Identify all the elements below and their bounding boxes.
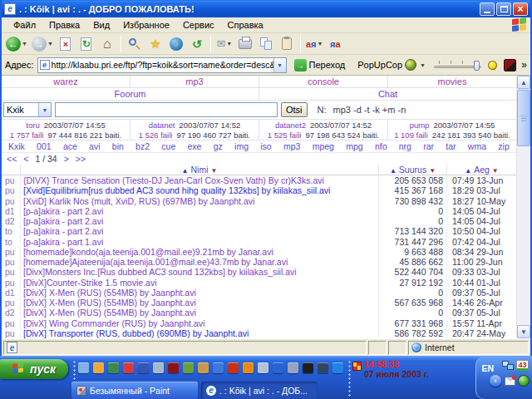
extension-filter-link[interactable]: ace [63, 141, 77, 151]
forward-button[interactable]: →▼ [31, 35, 54, 53]
restore-button[interactable] [496, 2, 511, 16]
quicklaunch-dos-icon[interactable] [303, 362, 313, 373]
file-link[interactable]: [DivX] X-Men (RUS) (554MB) by Jaanpht.av… [20, 308, 378, 318]
extension-filter-link[interactable]: img [234, 141, 249, 151]
server-link[interactable]: pump [410, 121, 430, 130]
popupcop-toolbar[interactable]: PopUpCop ▼ [357, 59, 426, 71]
vertical-scrollbar[interactable]: ▲ ▼ [516, 76, 530, 338]
quicklaunch-display-icon[interactable] [318, 362, 328, 373]
extension-filter-link[interactable]: zip [498, 141, 509, 151]
file-link[interactable]: [DivX]Counter-Strike 1.5 movie.avi [20, 278, 378, 288]
stop-button[interactable]: × [57, 35, 75, 53]
nav-category-link[interactable]: console [259, 76, 388, 87]
search-input[interactable] [55, 102, 278, 117]
file-link[interactable]: [p-a]akira - part 2.avi [20, 226, 378, 236]
quicklaunch-opera-icon[interactable] [168, 362, 179, 373]
menu-item[interactable]: Справка [221, 18, 270, 32]
file-link[interactable]: [DivX] Transporter (RUS, dubbed) (690MB)… [20, 328, 378, 338]
mail-tray-icon[interactable] [505, 377, 515, 386]
file-link[interactable]: [p-a]akira - part 2.avi [20, 206, 378, 216]
nav-category-link[interactable]: warez [2, 76, 131, 87]
extension-filter-link[interactable]: gz [214, 141, 223, 151]
home-button[interactable]: ⌂ [98, 35, 116, 53]
address-input[interactable] [52, 59, 273, 71]
back-button[interactable]: ←▼ [5, 35, 28, 53]
sort-by-time[interactable]: ▲Aeg▼ [446, 165, 516, 176]
quicklaunch-icq-icon[interactable] [273, 362, 283, 373]
paste-button[interactable] [278, 35, 296, 53]
blocker-flag-icon[interactable] [504, 59, 517, 71]
file-link[interactable]: [DivX] Wing Commander (RUS) by Jaanpht.a… [20, 318, 378, 328]
file-link[interactable]: [XviD] Karlik Nos (mult, XviD, RUS) (697… [20, 196, 378, 206]
extension-filter-link[interactable]: 001 [37, 141, 52, 151]
refresh-button[interactable]: ↻ [77, 35, 96, 53]
server-link[interactable]: toru [26, 121, 39, 130]
network-tray-icon[interactable] [502, 361, 514, 370]
nav-category-link[interactable]: mp3 [131, 76, 259, 87]
minimize-button[interactable] [480, 2, 495, 16]
quicklaunch-disc-icon[interactable] [258, 362, 268, 373]
sort-by-name[interactable]: ▲Nimi▼ [20, 165, 378, 176]
address-dropdown-icon[interactable]: ▼ [273, 58, 286, 72]
menu-item[interactable]: Правка [42, 18, 86, 32]
extension-filter-link[interactable]: cue [161, 141, 175, 151]
quicklaunch-msn-icon[interactable] [78, 362, 89, 373]
extension-filter-link[interactable]: mp3 [283, 141, 300, 151]
quicklaunch-info-icon[interactable] [332, 362, 343, 373]
extension-filter-link[interactable]: nfo [375, 141, 387, 151]
file-link[interactable]: [homemade]Ajateenija(aja.teenija.001@mai… [20, 257, 378, 267]
menu-item[interactable]: Избранное [116, 18, 176, 32]
extension-filter-link[interactable]: Kxik [8, 141, 25, 151]
quicklaunch-image-icon[interactable] [183, 362, 194, 373]
quicklaunch-word-icon[interactable] [138, 362, 149, 373]
last-page-link[interactable]: >> [76, 154, 86, 164]
translate-button[interactable]: aя▼ [305, 35, 323, 53]
favorites-button[interactable]: ★ [146, 35, 165, 53]
extension-filter-link[interactable]: exe [188, 141, 202, 151]
quicklaunch-ie-icon[interactable] [213, 362, 224, 373]
quicklaunch-folder-icon[interactable] [198, 362, 209, 373]
extension-filter-link[interactable]: nrg [399, 141, 411, 151]
language-indicator[interactable]: EN [481, 363, 494, 373]
quicklaunch-winamp-icon[interactable] [93, 362, 104, 373]
file-link[interactable]: [p-a]akira - part 2.avi [20, 216, 378, 226]
file-link[interactable]: [DivX] X-Men (RUS) (554MB) by Jaanpht.av… [20, 298, 378, 308]
scrollbar-thumb[interactable] [517, 90, 530, 146]
search-button[interactable] [126, 35, 144, 53]
server-link[interactable]: datanet2 [275, 121, 306, 130]
address-combo[interactable]: e ▼ [37, 57, 287, 73]
scroll-up-arrow[interactable]: ▲ [517, 76, 530, 89]
taskbar-window-paint[interactable]: Безымянный - Paint [71, 382, 198, 399]
extension-filter-link[interactable]: rar [423, 141, 434, 151]
title-bar[interactable]: e . : Kõik | avi : . - ДОБРО ПОЖАЛОВАТЬ!… [2, 0, 530, 17]
media-button[interactable]: ♪ [167, 35, 185, 53]
prev-page-link[interactable]: < [23, 154, 28, 164]
edit-button[interactable] [257, 35, 275, 53]
go-button[interactable]: → Переход [290, 57, 350, 73]
nav-section-link[interactable]: Chat [259, 88, 516, 100]
slider-thumb[interactable] [474, 61, 480, 71]
quicklaunch-tool-icon[interactable] [288, 362, 298, 373]
extension-filter-link[interactable]: mpeg [313, 141, 334, 151]
file-link[interactable]: [p-a]akira - part 1.avi [20, 237, 378, 247]
next-page-link[interactable]: > [64, 154, 69, 164]
menu-item[interactable]: Сервис [176, 18, 221, 32]
select-dropdown-icon[interactable]: ▼ [38, 103, 51, 116]
scroll-down-arrow[interactable]: ▼ [517, 325, 530, 338]
history-button[interactable]: ↺ [188, 35, 206, 53]
nav-section-link[interactable]: Foorum [2, 88, 259, 100]
nav-category-link[interactable]: movies [388, 76, 516, 87]
server-link[interactable]: datanet [149, 121, 175, 130]
close-button[interactable]: × [513, 2, 528, 16]
extension-filter-link[interactable]: avi [89, 141, 100, 151]
mail-button[interactable]: ✉▼ [215, 35, 234, 53]
file-link[interactable]: [homemade]kondo(aja.teenija.001@mail.ee)… [20, 247, 378, 257]
menu-item[interactable]: Файл [7, 18, 42, 32]
extension-filter-link[interactable]: mpg [346, 141, 362, 151]
file-link[interactable]: [DivX] X-Men (RUS) (554MB) by Jaanpht.av… [20, 288, 378, 298]
quicklaunch-player-icon[interactable] [108, 362, 119, 373]
menu-item[interactable]: Вид [86, 18, 116, 32]
toolbar-overflow-chevron[interactable]: » [521, 59, 527, 71]
print-button[interactable] [236, 35, 254, 53]
first-page-link[interactable]: << [7, 154, 17, 164]
